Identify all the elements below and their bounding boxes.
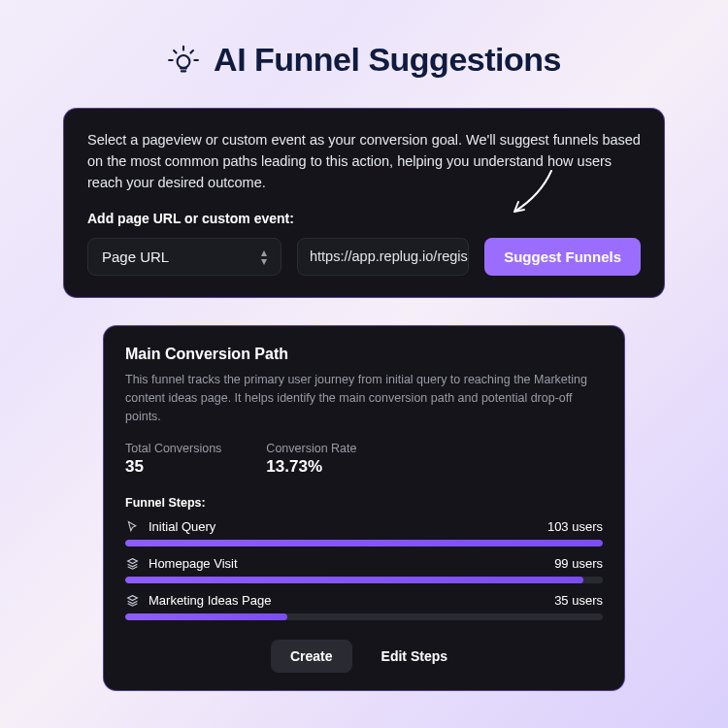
layers-icon: [125, 556, 139, 570]
create-button[interactable]: Create: [271, 640, 352, 673]
step-name: Homepage Visit: [149, 556, 238, 571]
funnel-steps-label: Funnel Steps:: [125, 496, 603, 510]
layers-icon: [125, 593, 139, 607]
chevron-updown-icon: ▴▾: [261, 248, 267, 265]
funnel-step: Marketing Ideas Page 35 users: [125, 593, 603, 620]
page-title-text: AI Funnel Suggestions: [214, 41, 561, 79]
metric-conversions: Total Conversions 35: [125, 442, 221, 477]
step-count: 35 users: [554, 593, 603, 608]
step-count: 99 users: [554, 556, 603, 571]
url-input[interactable]: https://app.replug.io/regis: [297, 238, 469, 276]
result-subtitle: This funnel tracks the primary user jour…: [125, 371, 603, 425]
input-panel: Select a pageview or custom event as you…: [63, 108, 665, 298]
step-bar-fill: [125, 577, 583, 583]
svg-point-0: [178, 55, 190, 68]
step-count: 103 users: [547, 519, 603, 534]
step-name: Initial Query: [149, 519, 215, 534]
step-bar-fill: [125, 540, 603, 546]
edit-steps-button[interactable]: Edit Steps: [372, 640, 457, 673]
cursor-icon: [125, 519, 139, 533]
page-title: AI Funnel Suggestions: [0, 0, 728, 79]
goal-type-select[interactable]: Page URL ▴▾: [87, 238, 281, 276]
step-bar: [125, 613, 603, 620]
step-bar-fill: [125, 613, 287, 620]
input-panel-label: Add page URL or custom event:: [87, 211, 641, 226]
metric-value: 13.73%: [266, 457, 356, 477]
input-panel-description: Select a pageview or custom event as you…: [87, 130, 641, 193]
step-name: Marketing Ideas Page: [149, 593, 271, 608]
metric-value: 35: [125, 457, 221, 477]
lightbulb-icon: [167, 44, 200, 77]
result-panel: Main Conversion Path This funnel tracks …: [103, 325, 625, 690]
result-title: Main Conversion Path: [125, 346, 603, 363]
goal-type-value: Page URL: [102, 248, 169, 265]
suggest-funnels-button[interactable]: Suggest Funnels: [484, 238, 641, 276]
metric-label: Conversion Rate: [266, 442, 356, 455]
metric-rate: Conversion Rate 13.73%: [266, 442, 356, 477]
funnel-step: Initial Query 103 users: [125, 519, 603, 546]
metric-label: Total Conversions: [125, 442, 221, 455]
step-bar: [125, 540, 603, 546]
step-bar: [125, 577, 603, 583]
funnel-step: Homepage Visit 99 users: [125, 556, 603, 583]
arrow-annotation-icon: [507, 167, 555, 217]
